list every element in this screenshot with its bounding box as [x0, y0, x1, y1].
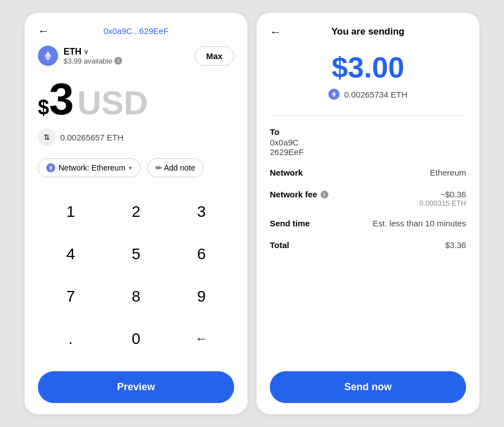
app-container: ← 0x0a9C...629EeF ETH ∨ $3.99 av	[13, 2, 491, 425]
fee-values: ~$0.36 0.000315 ETH	[419, 190, 466, 207]
preview-button[interactable]: Preview	[38, 371, 234, 403]
numpad-key-5[interactable]: 5	[103, 235, 168, 273]
send-amount-usd: $3.00	[270, 51, 466, 84]
send-time-row: Send time Est. less than 10 minutes	[270, 219, 466, 229]
network-selector[interactable]: Network: Ethereum ▾	[38, 158, 140, 177]
fee-row: Network fee i ~$0.36 0.000315 ETH	[270, 190, 466, 207]
numpad-key-dot[interactable]: .	[38, 320, 103, 358]
review-back-button[interactable]: ←	[270, 26, 281, 38]
network-label: Network: Ethereum	[59, 163, 125, 172]
controls-row: Network: Ethereum ▾ ✏ Add note	[38, 158, 234, 177]
detail-section: To 0x0a9C 2629EeF Network Ethereum Netwo…	[270, 127, 466, 371]
numpad-key-1[interactable]: 1	[38, 193, 103, 231]
amount-currency: USD	[77, 86, 148, 120]
amount-display: $ 3 USD	[38, 77, 234, 122]
wallet-address: 0x0a9C...629EeF	[104, 26, 169, 36]
swap-icon[interactable]: ⇅	[38, 128, 56, 146]
send-panel: ← 0x0a9C...629EeF ETH ∨ $3.99 av	[25, 13, 248, 414]
eth-equivalent: 0.00265657 ETH	[60, 133, 123, 142]
review-top-bar: ← You are sending	[270, 26, 466, 37]
review-title: You are sending	[270, 26, 466, 37]
numpad-key-8[interactable]: 8	[103, 278, 168, 316]
numpad-key-7[interactable]: 7	[38, 278, 103, 316]
to-label: To	[270, 127, 466, 137]
back-button[interactable]: ←	[38, 25, 49, 37]
eth-icon	[38, 46, 58, 66]
send-time-label: Send time	[270, 219, 310, 228]
balance-info-icon[interactable]: i	[114, 57, 122, 65]
token-row: ETH ∨ $3.99 available i Max	[38, 46, 234, 66]
dollar-sign: $	[38, 96, 49, 119]
numpad-key-4[interactable]: 4	[38, 235, 103, 273]
token-name[interactable]: ETH ∨	[64, 47, 122, 57]
token-info: ETH ∨ $3.99 available i	[38, 46, 122, 66]
review-panel: ← You are sending $3.00 0.00265734 ETH T…	[256, 13, 479, 414]
review-eth-icon	[328, 89, 340, 100]
numpad-key-0[interactable]: 0	[103, 320, 168, 358]
to-address-line1: 0x0a9C	[270, 138, 466, 147]
total-value: $3.36	[445, 240, 466, 250]
send-time-value: Est. less than 10 minutes	[372, 219, 466, 228]
network-chevron-icon: ▾	[129, 164, 132, 172]
divider	[270, 115, 466, 116]
numpad-key-6[interactable]: 6	[169, 235, 234, 273]
send-now-button[interactable]: Send now	[270, 371, 466, 403]
add-note-button[interactable]: ✏ Add note	[147, 158, 203, 177]
network-eth-icon	[46, 163, 55, 172]
max-button[interactable]: Max	[195, 46, 234, 66]
numpad-key-3[interactable]: 3	[169, 193, 234, 231]
top-bar: ← 0x0a9C...629EeF	[38, 26, 234, 36]
review-eth-amount: 0.00265734 ETH	[344, 90, 407, 99]
fee-eth: 0.000315 ETH	[419, 199, 466, 207]
network-detail-value: Ethereum	[430, 168, 466, 177]
token-details: ETH ∨ $3.99 available i	[64, 47, 122, 65]
fee-usd: ~$0.36	[419, 190, 466, 199]
token-balance: $3.99 available i	[64, 57, 122, 65]
numpad-backspace[interactable]: ←	[169, 320, 234, 358]
total-row: Total $3.36	[270, 240, 466, 250]
amount-number: 3	[49, 77, 74, 122]
numpad-key-2[interactable]: 2	[103, 193, 168, 231]
network-row: Network Ethereum	[270, 168, 466, 178]
numpad-key-9[interactable]: 9	[169, 278, 234, 316]
to-address-line2: 2629EeF	[270, 147, 466, 157]
send-amount-eth-row: 0.00265734 ETH	[270, 89, 466, 100]
fee-label: Network fee i	[270, 190, 328, 199]
numpad: 1 2 3 4 5 6 7 8 9 . 0 ←	[38, 193, 234, 362]
network-detail-label: Network	[270, 168, 303, 177]
fee-info-icon[interactable]: i	[321, 191, 328, 198]
chevron-down-icon: ∨	[84, 48, 89, 56]
total-label: Total	[270, 240, 289, 250]
to-row: To 0x0a9C 2629EeF	[270, 127, 466, 157]
eth-equiv-row: ⇅ 0.00265657 ETH	[38, 128, 234, 146]
